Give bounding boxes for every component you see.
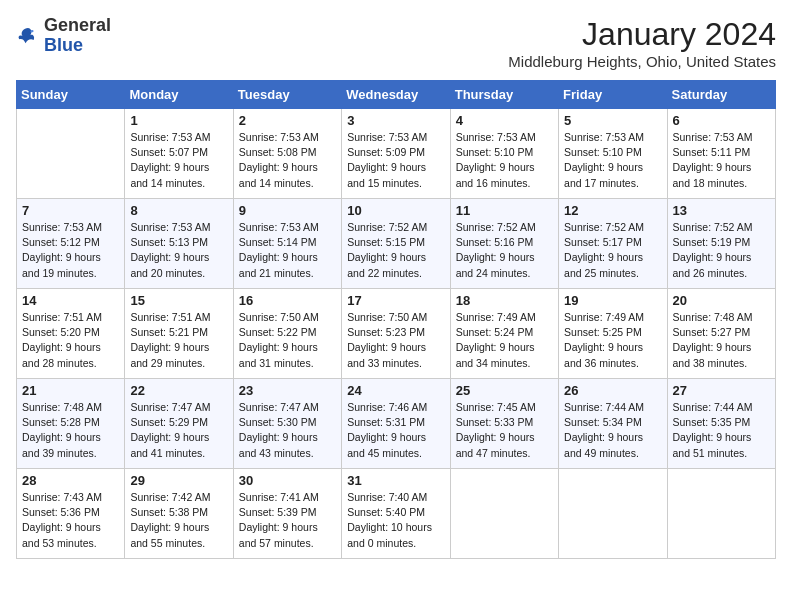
day-info: Sunrise: 7:48 AM Sunset: 5:27 PM Dayligh… [673,310,770,371]
day-info: Sunrise: 7:50 AM Sunset: 5:22 PM Dayligh… [239,310,336,371]
title-area: January 2024 Middleburg Heights, Ohio, U… [508,16,776,70]
week-row-1: 1Sunrise: 7:53 AM Sunset: 5:07 PM Daylig… [17,109,776,199]
day-info: Sunrise: 7:52 AM Sunset: 5:19 PM Dayligh… [673,220,770,281]
day-cell: 8Sunrise: 7:53 AM Sunset: 5:13 PM Daylig… [125,199,233,289]
day-number: 6 [673,113,770,128]
day-cell: 19Sunrise: 7:49 AM Sunset: 5:25 PM Dayli… [559,289,667,379]
day-number: 4 [456,113,553,128]
day-info: Sunrise: 7:51 AM Sunset: 5:21 PM Dayligh… [130,310,227,371]
day-cell: 6Sunrise: 7:53 AM Sunset: 5:11 PM Daylig… [667,109,775,199]
day-number: 8 [130,203,227,218]
day-number: 27 [673,383,770,398]
day-number: 30 [239,473,336,488]
day-info: Sunrise: 7:53 AM Sunset: 5:09 PM Dayligh… [347,130,444,191]
day-cell: 20Sunrise: 7:48 AM Sunset: 5:27 PM Dayli… [667,289,775,379]
day-cell: 14Sunrise: 7:51 AM Sunset: 5:20 PM Dayli… [17,289,125,379]
day-cell: 29Sunrise: 7:42 AM Sunset: 5:38 PM Dayli… [125,469,233,559]
day-cell: 22Sunrise: 7:47 AM Sunset: 5:29 PM Dayli… [125,379,233,469]
day-cell: 26Sunrise: 7:44 AM Sunset: 5:34 PM Dayli… [559,379,667,469]
day-number: 2 [239,113,336,128]
week-row-2: 7Sunrise: 7:53 AM Sunset: 5:12 PM Daylig… [17,199,776,289]
day-cell: 24Sunrise: 7:46 AM Sunset: 5:31 PM Dayli… [342,379,450,469]
day-info: Sunrise: 7:53 AM Sunset: 5:13 PM Dayligh… [130,220,227,281]
day-number: 16 [239,293,336,308]
day-info: Sunrise: 7:52 AM Sunset: 5:17 PM Dayligh… [564,220,661,281]
calendar-body: 1Sunrise: 7:53 AM Sunset: 5:07 PM Daylig… [17,109,776,559]
day-number: 29 [130,473,227,488]
day-info: Sunrise: 7:45 AM Sunset: 5:33 PM Dayligh… [456,400,553,461]
day-cell: 10Sunrise: 7:52 AM Sunset: 5:15 PM Dayli… [342,199,450,289]
day-info: Sunrise: 7:47 AM Sunset: 5:29 PM Dayligh… [130,400,227,461]
day-cell: 17Sunrise: 7:50 AM Sunset: 5:23 PM Dayli… [342,289,450,379]
day-info: Sunrise: 7:41 AM Sunset: 5:39 PM Dayligh… [239,490,336,551]
day-number: 19 [564,293,661,308]
day-number: 18 [456,293,553,308]
day-info: Sunrise: 7:53 AM Sunset: 5:10 PM Dayligh… [564,130,661,191]
day-cell: 27Sunrise: 7:44 AM Sunset: 5:35 PM Dayli… [667,379,775,469]
day-number: 5 [564,113,661,128]
day-number: 9 [239,203,336,218]
day-number: 1 [130,113,227,128]
day-cell: 11Sunrise: 7:52 AM Sunset: 5:16 PM Dayli… [450,199,558,289]
week-row-4: 21Sunrise: 7:48 AM Sunset: 5:28 PM Dayli… [17,379,776,469]
day-info: Sunrise: 7:48 AM Sunset: 5:28 PM Dayligh… [22,400,119,461]
calendar-subtitle: Middleburg Heights, Ohio, United States [508,53,776,70]
day-info: Sunrise: 7:53 AM Sunset: 5:07 PM Dayligh… [130,130,227,191]
week-row-3: 14Sunrise: 7:51 AM Sunset: 5:20 PM Dayli… [17,289,776,379]
day-number: 17 [347,293,444,308]
day-cell: 25Sunrise: 7:45 AM Sunset: 5:33 PM Dayli… [450,379,558,469]
day-number: 14 [22,293,119,308]
calendar-header: SundayMondayTuesdayWednesdayThursdayFrid… [17,81,776,109]
day-cell: 16Sunrise: 7:50 AM Sunset: 5:22 PM Dayli… [233,289,341,379]
logo-text: General Blue [44,16,111,56]
day-info: Sunrise: 7:49 AM Sunset: 5:25 PM Dayligh… [564,310,661,371]
day-cell: 23Sunrise: 7:47 AM Sunset: 5:30 PM Dayli… [233,379,341,469]
day-cell: 30Sunrise: 7:41 AM Sunset: 5:39 PM Dayli… [233,469,341,559]
day-info: Sunrise: 7:53 AM Sunset: 5:12 PM Dayligh… [22,220,119,281]
day-info: Sunrise: 7:52 AM Sunset: 5:16 PM Dayligh… [456,220,553,281]
day-number: 21 [22,383,119,398]
day-cell: 12Sunrise: 7:52 AM Sunset: 5:17 PM Dayli… [559,199,667,289]
day-number: 26 [564,383,661,398]
day-info: Sunrise: 7:42 AM Sunset: 5:38 PM Dayligh… [130,490,227,551]
day-number: 11 [456,203,553,218]
day-cell: 7Sunrise: 7:53 AM Sunset: 5:12 PM Daylig… [17,199,125,289]
day-number: 15 [130,293,227,308]
header-cell-sunday: Sunday [17,81,125,109]
day-info: Sunrise: 7:53 AM Sunset: 5:11 PM Dayligh… [673,130,770,191]
day-info: Sunrise: 7:53 AM Sunset: 5:10 PM Dayligh… [456,130,553,191]
header-cell-wednesday: Wednesday [342,81,450,109]
day-info: Sunrise: 7:50 AM Sunset: 5:23 PM Dayligh… [347,310,444,371]
day-cell: 31Sunrise: 7:40 AM Sunset: 5:40 PM Dayli… [342,469,450,559]
day-cell: 4Sunrise: 7:53 AM Sunset: 5:10 PM Daylig… [450,109,558,199]
day-cell: 13Sunrise: 7:52 AM Sunset: 5:19 PM Dayli… [667,199,775,289]
day-cell [17,109,125,199]
header-cell-thursday: Thursday [450,81,558,109]
week-row-5: 28Sunrise: 7:43 AM Sunset: 5:36 PM Dayli… [17,469,776,559]
day-info: Sunrise: 7:44 AM Sunset: 5:35 PM Dayligh… [673,400,770,461]
day-cell: 15Sunrise: 7:51 AM Sunset: 5:21 PM Dayli… [125,289,233,379]
day-number: 22 [130,383,227,398]
day-number: 10 [347,203,444,218]
day-number: 24 [347,383,444,398]
day-cell [667,469,775,559]
day-cell [450,469,558,559]
day-number: 28 [22,473,119,488]
day-number: 25 [456,383,553,398]
header-cell-saturday: Saturday [667,81,775,109]
day-cell: 18Sunrise: 7:49 AM Sunset: 5:24 PM Dayli… [450,289,558,379]
day-info: Sunrise: 7:49 AM Sunset: 5:24 PM Dayligh… [456,310,553,371]
day-cell: 3Sunrise: 7:53 AM Sunset: 5:09 PM Daylig… [342,109,450,199]
day-cell [559,469,667,559]
day-info: Sunrise: 7:40 AM Sunset: 5:40 PM Dayligh… [347,490,444,551]
day-number: 13 [673,203,770,218]
calendar-table: SundayMondayTuesdayWednesdayThursdayFrid… [16,80,776,559]
calendar-title: January 2024 [508,16,776,53]
day-info: Sunrise: 7:46 AM Sunset: 5:31 PM Dayligh… [347,400,444,461]
logo: General Blue [16,16,111,56]
header-row: SundayMondayTuesdayWednesdayThursdayFrid… [17,81,776,109]
day-cell: 21Sunrise: 7:48 AM Sunset: 5:28 PM Dayli… [17,379,125,469]
day-number: 31 [347,473,444,488]
day-info: Sunrise: 7:44 AM Sunset: 5:34 PM Dayligh… [564,400,661,461]
day-info: Sunrise: 7:51 AM Sunset: 5:20 PM Dayligh… [22,310,119,371]
